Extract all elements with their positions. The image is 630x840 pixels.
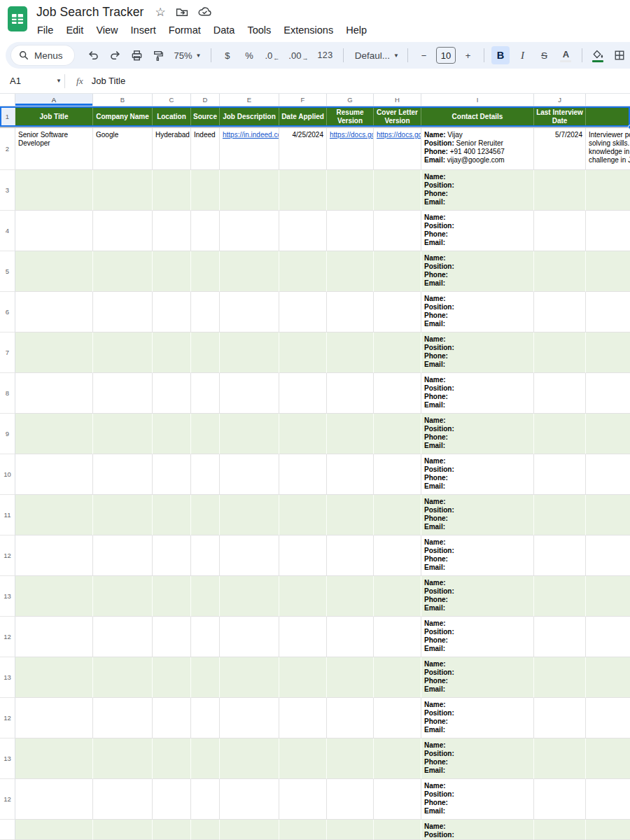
cell-H13[interactable] [374,738,421,779]
cell-H3[interactable] [374,170,421,211]
cell-G6[interactable] [327,292,374,332]
cell-E11[interactable] [220,495,279,536]
row-header-13[interactable]: 13 [0,576,15,617]
cell-G7[interactable] [327,332,374,373]
cell-J7[interactable] [534,332,586,373]
cell-E8[interactable] [220,373,279,414]
row-header-3[interactable]: 3 [0,170,15,211]
header-cell-J1[interactable]: Last Interview Date [534,106,586,127]
cell-B12[interactable] [93,698,153,738]
cell-G3[interactable] [327,170,374,211]
cell-partial13[interactable] [586,576,630,617]
cell-C4[interactable] [153,211,191,251]
cell-F5[interactable] [279,251,327,292]
cell-C2[interactable]: Hyderabad [153,128,191,170]
cell-D2[interactable]: Indeed [191,128,220,170]
cell-H4[interactable] [374,211,421,251]
row-header-partial[interactable] [0,820,15,840]
cell-G13[interactable] [327,738,374,779]
header-cell-A1[interactable]: Job Title [15,106,93,127]
cell-F13[interactable] [279,576,327,617]
cell-A7[interactable] [15,332,93,373]
cell-H5[interactable] [374,251,421,292]
increase-decimal-button[interactable]: .00→ [286,46,310,64]
cell-partial12[interactable] [586,536,630,576]
cell-G12[interactable] [327,536,374,576]
cell-A8[interactable] [15,373,93,414]
cell-F4[interactable] [279,211,327,251]
cell-B13[interactable] [93,738,153,779]
cell-A-partial[interactable] [15,820,93,840]
undo-button[interactable] [85,46,102,64]
strikethrough-button[interactable]: S [536,46,553,64]
menu-format[interactable]: Format [162,24,207,36]
cell-partial5[interactable] [586,251,630,292]
cell-E12[interactable] [220,779,279,820]
zoom-select[interactable]: 75% ▼ [172,46,204,64]
column-header-J[interactable]: J [534,94,586,106]
menu-file[interactable]: File [31,24,59,36]
cell-G5[interactable] [327,251,374,292]
cell-F2[interactable]: 4/25/2024 [279,128,327,170]
row-header-2[interactable]: 2 [0,128,15,170]
cell-C7[interactable] [153,332,191,373]
cell-H7[interactable] [374,332,421,373]
cell-D5[interactable] [191,251,220,292]
document-title[interactable]: Job Search Tracker [36,5,144,20]
cell-H6[interactable] [374,292,421,332]
cell-I12[interactable]: Name:Position:Phone:Email: [421,779,534,820]
star-icon[interactable]: ☆ [155,6,166,18]
cell-D6[interactable] [191,292,220,332]
cell-D13[interactable] [191,738,220,779]
cell-F13[interactable] [279,657,327,698]
decrease-decimal-button[interactable]: .0← [262,46,281,64]
cell-I-partial[interactable]: Name:Position:Phone:Email: [421,820,534,840]
paint-format-button[interactable] [150,46,167,64]
cell-A9[interactable] [15,414,93,454]
cell-I13[interactable]: Name:Position:Phone:Email: [421,576,534,617]
cell-J11[interactable] [534,495,586,536]
cell-A12[interactable] [15,617,93,657]
cell-partial7[interactable] [586,332,630,373]
cell-C8[interactable] [153,373,191,414]
row-header-11[interactable]: 11 [0,495,15,536]
cell-F11[interactable] [279,495,327,536]
cell-D7[interactable] [191,332,220,373]
cell-J8[interactable] [534,373,586,414]
cell-C13[interactable] [153,738,191,779]
row-header-4[interactable]: 4 [0,211,15,251]
cell-A13[interactable] [15,657,93,698]
row-header-6[interactable]: 6 [0,292,15,332]
cell-link[interactable]: https://docs.go [377,131,419,139]
cell-D8[interactable] [191,373,220,414]
menu-insert[interactable]: Insert [125,24,162,36]
cell-A3[interactable] [15,170,93,211]
row-header-12[interactable]: 12 [0,536,15,576]
cell-J5[interactable] [534,251,586,292]
cell-A12[interactable] [15,536,93,576]
menu-help[interactable]: Help [340,24,373,36]
cell-J9[interactable] [534,414,586,454]
decrease-font-size-button[interactable]: − [415,46,433,64]
cell-partial2[interactable]: Interviewer posolving skills.knowledge i… [586,128,630,170]
font-family-select[interactable]: Defaul... ▼ [351,46,400,64]
cell-H11[interactable] [374,495,421,536]
cell-I13[interactable]: Name:Position:Phone:Email: [421,738,534,779]
column-header-F[interactable]: F [279,94,327,106]
cell-partial13[interactable] [586,657,630,698]
header-cell-E1[interactable]: Job Description [220,106,279,127]
cell-B12[interactable] [93,536,153,576]
cell-I4[interactable]: Name:Position:Phone:Email: [421,211,534,251]
cell-H8[interactable] [374,373,421,414]
cell-B2[interactable]: Google [93,128,153,170]
menu-tools[interactable]: Tools [241,24,277,36]
cell-E12[interactable] [220,536,279,576]
cell-D-partial[interactable] [191,820,220,840]
increase-font-size-button[interactable]: + [459,46,477,64]
cell-C-partial[interactable] [153,820,191,840]
cell-G12[interactable] [327,779,374,820]
cell-H12[interactable] [374,698,421,738]
cell-D13[interactable] [191,576,220,617]
cell-link[interactable]: https://docs.go [330,131,371,139]
cell-partial6[interactable] [586,292,630,332]
